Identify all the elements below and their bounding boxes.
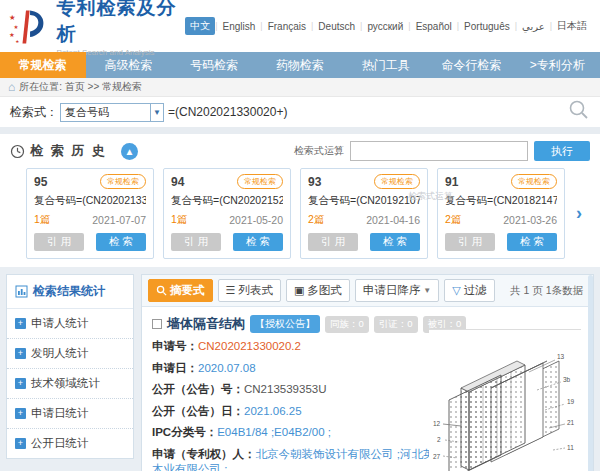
history-query[interactable]: 复合号码=(CN20192107...	[308, 194, 420, 208]
sidebar-item-applicant-stats[interactable]: + 申请人统计	[7, 309, 133, 338]
section-divider	[0, 127, 600, 134]
lang-de[interactable]: Deutsch	[313, 19, 360, 34]
history-header: 检 索 历 史 ▲ 检索式运算 执行	[0, 134, 600, 166]
history-date: 2021-03-26	[503, 214, 557, 226]
search-icon[interactable]	[568, 99, 590, 125]
view-abstract-label: 摘要式	[170, 283, 205, 298]
status-badge[interactable]: 【授权公告】	[250, 315, 320, 333]
figure-ref-label: 21	[567, 419, 575, 426]
lang-en[interactable]: English	[218, 19, 261, 34]
run-button[interactable]: 执行	[534, 141, 590, 161]
result-count: 1篇	[34, 213, 50, 227]
figure-ref-label: 12	[433, 420, 441, 427]
lang-zh[interactable]: 中文	[185, 17, 215, 35]
search-button[interactable]: 检 索	[507, 233, 557, 251]
field-label: 公开（公告）号：	[152, 383, 244, 395]
results-toolbar: 摘要式 ☰ 列表式 ▣ 多图式 申请日降序 ▼ ▽ 过滤 共	[142, 275, 593, 307]
view-list-button[interactable]: ☰ 列表式	[218, 279, 281, 302]
view-multi-image-button[interactable]: ▣ 多图式	[286, 279, 350, 302]
figure-ref-label: 11	[567, 444, 574, 451]
history-query[interactable]: 复合号码=(CN20202133...	[34, 194, 146, 208]
history-card: 93 常规检索 复合号码=(CN20192107... 2篇 2021-04-1…	[300, 168, 428, 259]
sidebar-item-label: 公开日统计	[31, 436, 89, 451]
search-icon	[156, 285, 167, 296]
nav-tab-patent-analysis[interactable]: >专利分析	[514, 52, 600, 78]
search-type-badge: 常规检索	[100, 174, 146, 189]
cite-button[interactable]: 引 用	[308, 233, 358, 251]
history-id: 94	[171, 175, 184, 189]
results-panel: 摘要式 ☰ 列表式 ▣ 多图式 申请日降序 ▼ ▽ 过滤 共	[141, 274, 594, 471]
expression-calc-input[interactable]	[350, 141, 528, 161]
cite-button[interactable]: 引 用	[171, 233, 221, 251]
nav-tab-regular-search[interactable]: 常规检索	[0, 52, 86, 78]
search-expression[interactable]: =(CN202021330020+)	[168, 105, 287, 119]
filter-button[interactable]: ▽ 过滤	[444, 279, 494, 302]
nav-tab-advanced-search[interactable]: 高级检索	[86, 52, 172, 78]
field-applicant: 申请（专利权）人：北京今朝装饰设计有限公司 ;河北英迈木业有限公司 ;	[152, 447, 457, 471]
field-value[interactable]: E04B1/84 ;E04B2/00 ;	[217, 426, 331, 438]
figure-ref-label: 13	[557, 353, 565, 360]
sidebar-item-inventor-stats[interactable]: + 发明人统计	[7, 338, 133, 368]
sidebar-item-label: 申请人统计	[31, 316, 89, 331]
site-title: 专利检索及分析	[57, 0, 186, 47]
field-label: 申请号：	[152, 340, 198, 352]
field-application-number: 申请号：CN202021330020.2	[152, 339, 457, 355]
patent-title[interactable]: 墙体隔音结构	[167, 315, 245, 333]
cite-button[interactable]: 引 用	[445, 233, 495, 251]
search-type-select[interactable]: 复合号码 ▼	[60, 103, 164, 122]
lang-ar[interactable]: عربي	[517, 19, 550, 34]
lang-es[interactable]: Español	[411, 19, 457, 34]
collapse-history-button[interactable]: ▲	[121, 143, 138, 160]
sort-select[interactable]: 申请日降序 ▼	[355, 279, 439, 302]
lang-pt[interactable]: Português	[459, 19, 515, 34]
search-button[interactable]: 检 索	[96, 233, 146, 251]
search-type-badge: 常规检索	[237, 174, 283, 189]
language-bar: 中文| English| Français| Deutsch| русский|…	[185, 17, 592, 35]
view-abstract-button[interactable]: 摘要式	[148, 279, 213, 302]
select-checkbox[interactable]	[152, 319, 162, 329]
field-label: 申请（专利权）人：	[152, 448, 256, 460]
history-query[interactable]: 复合号码=(CN20202152...	[171, 194, 283, 208]
nav-tab-hot-tools[interactable]: 热门工具	[343, 52, 429, 78]
patent-drawing[interactable]: 13 3b 19 21 11 12 2 27	[429, 329, 581, 471]
site-title-block: 专利检索及分析 Patent Search and Analysis	[57, 0, 186, 57]
search-row: 检索式： 复合号码 ▼ =(CN202021330020+)	[0, 97, 600, 127]
field-ipc-class: IPC分类号：E04B1/84 ;E04B2/00 ;	[152, 425, 457, 441]
figure-ref-label: 2	[437, 436, 441, 443]
sidebar-item-tech-field-stats[interactable]: + 技术领域统计	[7, 368, 133, 398]
svg-text:★: ★	[14, 24, 19, 30]
home-icon[interactable]: ⌂	[8, 81, 15, 93]
field-publication-date: 公开（公告）日：2021.06.25	[152, 404, 457, 420]
history-date: 2021-05-20	[229, 214, 283, 226]
svg-text:★: ★	[9, 31, 15, 38]
main-nav: 常规检索 高级检索 号码检索 药物检索 热门工具 命令行检索 >专利分析	[0, 52, 600, 78]
expression-calc-label: 检索式运算	[294, 144, 344, 158]
results-region: 检索结果统计 + 申请人统计 + 发明人统计 + 技术领域统计 + 申请日统计	[0, 267, 600, 471]
svg-text:★: ★	[15, 39, 19, 44]
nav-tab-drug-search[interactable]: 药物检索	[257, 52, 343, 78]
history-id: 91	[445, 175, 458, 189]
history-title: 检 索 历 史	[30, 142, 107, 160]
lang-ru[interactable]: русский	[362, 19, 408, 34]
figure-ref-label: 3b	[563, 376, 571, 383]
sidebar-item-label: 发明人统计	[31, 346, 89, 361]
sidebar-item-filing-date-stats[interactable]: + 申请日统计	[7, 398, 133, 428]
scrollbar[interactable]	[588, 275, 593, 471]
search-button[interactable]: 检 索	[233, 233, 283, 251]
lang-ja[interactable]: 日本語	[552, 17, 592, 35]
family-counter-badge: 同族：0	[325, 316, 369, 333]
site-logo: ★ ★ ★ ★ 专利检索及分析 Patent Search and Analys…	[8, 0, 185, 57]
sort-value: 申请日降序	[363, 283, 421, 298]
search-type-value: 复合号码	[65, 105, 109, 120]
search-button[interactable]: 检 索	[370, 233, 420, 251]
nav-tab-number-search[interactable]: 号码检索	[171, 52, 257, 78]
history-query[interactable]: 复合号码=(CN20182147...	[445, 194, 557, 208]
result-count: 2篇	[308, 213, 324, 227]
cite-button[interactable]: 引 用	[34, 233, 84, 251]
sidebar-item-publication-date-stats[interactable]: + 公开日统计	[7, 428, 133, 458]
lang-fr[interactable]: Français	[263, 19, 311, 34]
carousel-next-icon[interactable]: ›	[576, 203, 582, 224]
patent-search-page: ★ ★ ★ ★ 专利检索及分析 Patent Search and Analys…	[0, 0, 600, 471]
view-multi-label: 多图式	[307, 283, 342, 298]
nav-tab-command-search[interactable]: 命令行检索	[429, 52, 515, 78]
